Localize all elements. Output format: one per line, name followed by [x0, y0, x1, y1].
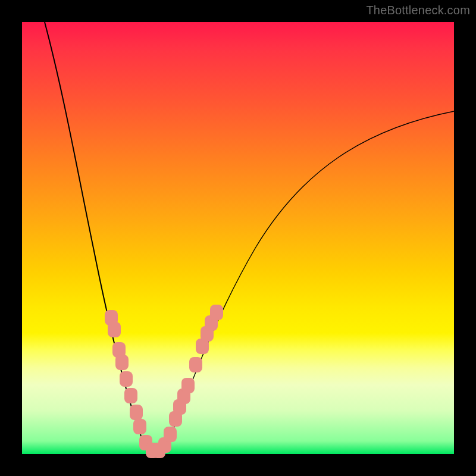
data-point-marker: [133, 419, 146, 434]
data-point-markers: [22, 22, 454, 454]
data-point-marker: [130, 405, 143, 420]
chart-gradient-background: [22, 22, 454, 454]
data-point-marker: [181, 378, 195, 393]
data-point-marker: [124, 388, 137, 403]
data-point-marker: [115, 355, 129, 370]
data-point-marker: [120, 371, 133, 387]
data-point-marker: [210, 305, 223, 320]
data-point-marker: [108, 322, 121, 337]
data-point-marker: [164, 427, 177, 442]
chart-figure: TheBottleneck.com: [0, 0, 476, 476]
watermark-text: TheBottleneck.com: [366, 4, 470, 17]
data-point-marker: [189, 357, 202, 372]
